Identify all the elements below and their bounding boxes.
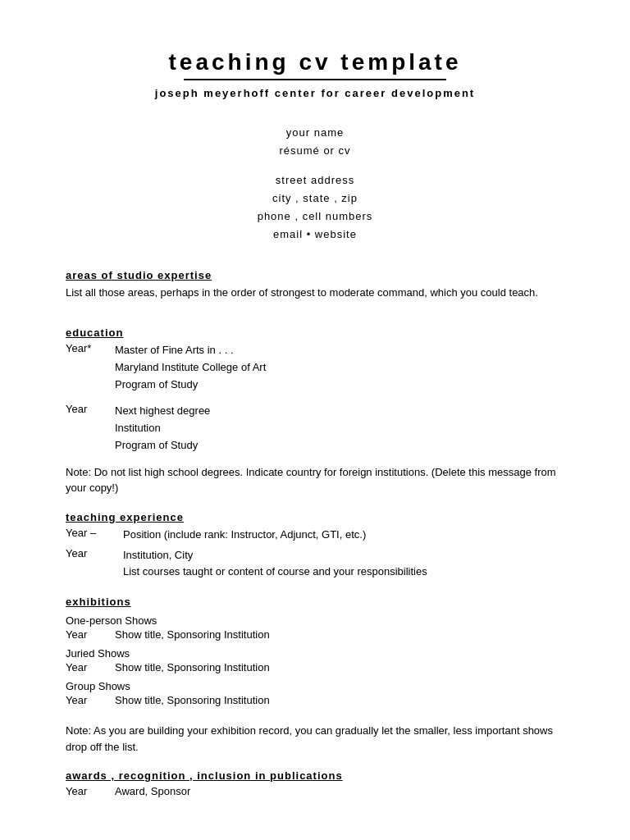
- awards-entry-1: Year Award, Sponsor: [66, 785, 564, 797]
- exhibit-entry-2: Year Show title, Sponsoring Institution: [66, 661, 564, 673]
- contact-resume: résumé or cv: [66, 142, 564, 160]
- contact-name: your name: [66, 124, 564, 142]
- subtitle: joseph meyerhoff center for career devel…: [66, 87, 564, 99]
- edu-line2-2: Institution: [115, 420, 210, 437]
- exhibit-subheading-3: Group Shows: [66, 680, 564, 692]
- edu-details-1: Master of Fine Arts in . . . Maryland In…: [115, 342, 266, 393]
- contact-street: street address: [66, 171, 564, 189]
- contact-section: your name résumé or cv street address ci…: [66, 124, 564, 244]
- page-container: teaching cv template joseph meyerhoff ce…: [0, 0, 630, 840]
- teach-line1-2: Institution, City: [123, 547, 427, 564]
- awards-section: awards , recognition , inclusion in publ…: [66, 769, 564, 797]
- contact-phone: phone , cell numbers: [66, 208, 564, 226]
- contact-city: city , state , zip: [66, 189, 564, 208]
- teaching-section: teaching experience Year – Position (inc…: [66, 511, 564, 581]
- title-underline: [184, 79, 446, 80]
- awards-detail-1: Award, Sponsor: [115, 785, 190, 797]
- exhibit-group-2: Juried Shows Year Show title, Sponsoring…: [66, 647, 564, 673]
- exhibit-detail-2: Show title, Sponsoring Institution: [115, 661, 270, 673]
- main-title: teaching cv template: [66, 49, 564, 75]
- edu-line1-1: Master of Fine Arts in . . .: [115, 342, 266, 359]
- exhibit-entry-1: Year Show title, Sponsoring Institution: [66, 628, 564, 641]
- exhibit-detail-3: Show title, Sponsoring Institution: [115, 694, 270, 706]
- education-section: education Year* Master of Fine Arts in .…: [66, 326, 564, 496]
- exhibit-subheading-2: Juried Shows: [66, 647, 564, 660]
- teaching-entry-2: Year Institution, City List courses taug…: [66, 547, 564, 582]
- teach-year-2: Year: [66, 547, 123, 582]
- edu-line2-1: Maryland Institute College of Art: [115, 359, 266, 377]
- title-section: teaching cv template joseph meyerhoff ce…: [66, 49, 564, 99]
- edu-line1-2: Next highest degree: [115, 403, 210, 420]
- exhibit-year-3: Year: [66, 694, 115, 706]
- exhibit-year-2: Year: [66, 661, 115, 673]
- edu-line3-2: Program of Study: [115, 437, 210, 454]
- education-entry-2: Year Next highest degree Institution Pro…: [66, 403, 564, 454]
- edu-year-1: Year*: [66, 342, 115, 393]
- expertise-section: areas of studio expertise List all those…: [66, 269, 564, 301]
- exhibit-entry-3: Year Show title, Sponsoring Institution: [66, 694, 564, 706]
- edu-line3-1: Program of Study: [115, 377, 266, 394]
- expertise-heading: areas of studio expertise: [66, 269, 564, 281]
- exhibit-subheading-1: One-person Shows: [66, 614, 564, 627]
- edu-year-2: Year: [66, 403, 115, 454]
- education-entry-1: Year* Master of Fine Arts in . . . Maryl…: [66, 342, 564, 393]
- exhibit-group-1: One-person Shows Year Show title, Sponso…: [66, 614, 564, 641]
- exhibit-group-3: Group Shows Year Show title, Sponsoring …: [66, 680, 564, 706]
- teach-details-2: Institution, City List courses taught or…: [123, 547, 427, 582]
- education-note: Note: Do not list high school degrees. I…: [66, 464, 564, 496]
- education-heading: education: [66, 326, 564, 339]
- expertise-description: List all those areas, perhaps in the ord…: [66, 285, 564, 301]
- exhibitions-heading: exhibitions: [66, 596, 564, 608]
- teaching-entry-1: Year – Position (include rank: Instructo…: [66, 527, 564, 544]
- edu-details-2: Next highest degree Institution Program …: [115, 403, 210, 454]
- teach-details-1: Position (include rank: Instructor, Adju…: [123, 527, 366, 544]
- awards-heading: awards , recognition , inclusion in publ…: [66, 769, 564, 782]
- awards-year-1: Year: [66, 785, 115, 797]
- exhibit-detail-1: Show title, Sponsoring Institution: [115, 628, 270, 641]
- contact-email: email • website: [66, 226, 564, 244]
- teach-line2-2: List courses taught or content of course…: [123, 564, 427, 581]
- teach-year-1: Year –: [66, 527, 123, 544]
- teaching-heading: teaching experience: [66, 511, 564, 523]
- exhibit-year-1: Year: [66, 628, 115, 641]
- exhibitions-section: exhibitions One-person Shows Year Show t…: [66, 596, 564, 755]
- exhibitions-note: Note: As you are building your exhibitio…: [66, 723, 564, 755]
